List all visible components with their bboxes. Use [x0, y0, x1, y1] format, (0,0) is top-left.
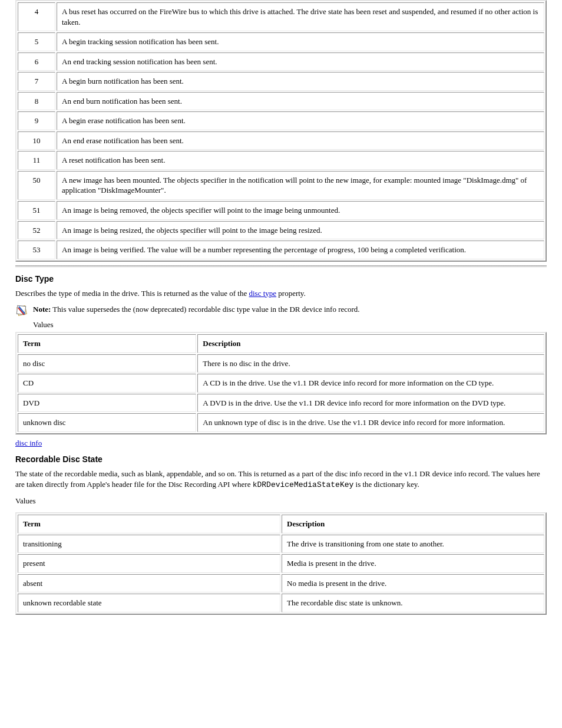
notifications-table: 4A bus reset has occurred on the FireWir…: [15, 0, 547, 262]
notification-desc: An end erase notification has been sent.: [57, 131, 544, 150]
table-row: absentNo media is present in the drive.: [18, 574, 544, 593]
notification-id: 7: [18, 72, 55, 91]
notification-desc: An end burn notification has been sent.: [57, 92, 544, 111]
term-cell: unknown recordable state: [18, 594, 280, 612]
notification-desc: An image is being removed, the objects s…: [57, 201, 544, 220]
desc-cell: A CD is in the drive. Use the v1.1 DR de…: [197, 374, 544, 393]
heading-recordable-state: Recordable Disc State: [15, 454, 547, 465]
col-desc: Description: [282, 515, 544, 533]
term-cell: CD: [18, 374, 196, 393]
table-row: 52An image is being resized, the objects…: [18, 221, 544, 240]
table-row: 9A begin erase notification has been sen…: [18, 111, 544, 130]
term-cell: DVD: [18, 394, 196, 413]
notification-id: 50: [18, 171, 55, 200]
notification-desc: A bus reset has occurred on the FireWire…: [57, 2, 544, 31]
term-cell: transitioning: [18, 535, 280, 554]
table-row: no discThere is no disc in the drive.: [18, 354, 544, 373]
notification-id: 11: [18, 151, 55, 170]
note-body: This value supersedes the (now deprecate…: [52, 305, 359, 314]
recordable-state-table: Term Description transitioningThe drive …: [15, 512, 547, 615]
recordable-state-intro: The state of the recordable media, such …: [15, 469, 547, 490]
notification-id: 5: [18, 32, 55, 51]
desc-cell: No media is present in the drive.: [282, 574, 544, 593]
col-desc: Description: [197, 334, 544, 353]
col-term: Term: [18, 515, 280, 533]
notification-desc: A begin burn notification has been sent.: [57, 72, 544, 91]
disc-type-property-link[interactable]: disc type: [249, 289, 277, 298]
table-row: unknown discAn unknown type of disc is i…: [18, 413, 544, 432]
desc-cell: Media is present in the drive.: [282, 554, 544, 573]
table-row: 11A reset notification has been sent.: [18, 151, 544, 170]
notification-id: 8: [18, 92, 55, 111]
notification-id: 53: [18, 241, 55, 259]
values-label: Values: [15, 496, 547, 506]
values-label: Values: [33, 319, 360, 330]
inline-text: property.: [278, 289, 305, 298]
disc-info-link[interactable]: disc info: [15, 439, 42, 447]
table-row: 51An image is being removed, the objects…: [18, 201, 544, 220]
note-label: Note:: [33, 305, 51, 314]
desc-cell: There is no disc in the drive.: [197, 354, 544, 373]
inline-text: Describes the type of media in the drive…: [15, 289, 249, 298]
table-row: 8An end burn notification has been sent.: [18, 92, 544, 111]
table-row: 10An end erase notification has been sen…: [18, 131, 544, 150]
note-block: Note: This value supersedes the (now dep…: [15, 304, 547, 330]
table-row: CDA CD is in the drive. Use the v1.1 DR …: [18, 374, 544, 393]
section-divider: [15, 265, 547, 268]
table-row: unknown recordable stateThe recordable d…: [18, 594, 544, 612]
table-row: presentMedia is present in the drive.: [18, 554, 544, 573]
notification-id: 52: [18, 221, 55, 240]
notification-desc: An image is being verified. The value wi…: [57, 241, 544, 259]
table-row: 4A bus reset has occurred on the FireWir…: [18, 2, 544, 31]
col-term: Term: [18, 334, 196, 353]
notification-id: 6: [18, 52, 55, 71]
desc-cell: An unknown type of disc is in the drive.…: [197, 413, 544, 432]
table-row: 6An end tracking session notification ha…: [18, 52, 544, 71]
disc-info-link-wrap: disc info: [15, 438, 547, 449]
heading-disc-type: Disc Type: [15, 274, 547, 285]
table-row: transitioningThe drive is transitioning …: [18, 535, 544, 554]
desc-cell: A DVD is in the drive. Use the v1.1 DR d…: [197, 394, 544, 413]
table-row: 53An image is being verified. The value …: [18, 241, 544, 259]
desc-cell: The recordable disc state is unknown.: [282, 594, 544, 612]
notification-id: 9: [18, 111, 55, 130]
table-row: 7A begin burn notification has been sent…: [18, 72, 544, 91]
notification-id: 10: [18, 131, 55, 150]
table-row: 50A new image has been mounted. The obje…: [18, 171, 544, 200]
term-cell: no disc: [18, 354, 196, 373]
term-cell: absent: [18, 574, 280, 593]
notification-desc: An image is being resized, the objects s…: [57, 221, 544, 240]
notification-id: 4: [18, 2, 55, 31]
term-cell: present: [18, 554, 280, 573]
notification-desc: A begin tracking session notification ha…: [57, 32, 544, 51]
term-cell: unknown disc: [18, 413, 196, 432]
notification-desc: A begin erase notification has been sent…: [57, 111, 544, 130]
table-row: 5A begin tracking session notification h…: [18, 32, 544, 51]
note-icon: [15, 304, 28, 320]
notification-desc: An end tracking session notification has…: [57, 52, 544, 71]
notification-id: 51: [18, 201, 55, 220]
inline-code: kDRDeviceMediaStateKey: [253, 480, 354, 489]
notification-desc: A new image has been mounted. The object…: [57, 171, 544, 200]
notification-desc: A reset notification has been sent.: [57, 151, 544, 170]
disc-type-intro: Describes the type of media in the drive…: [15, 288, 547, 299]
table-row: DVDA DVD is in the drive. Use the v1.1 D…: [18, 394, 544, 413]
inline-text: is the dictionary key.: [356, 480, 419, 489]
desc-cell: The drive is transitioning from one stat…: [282, 535, 544, 554]
disc-type-table: Term Description no discThere is no disc…: [15, 332, 547, 434]
